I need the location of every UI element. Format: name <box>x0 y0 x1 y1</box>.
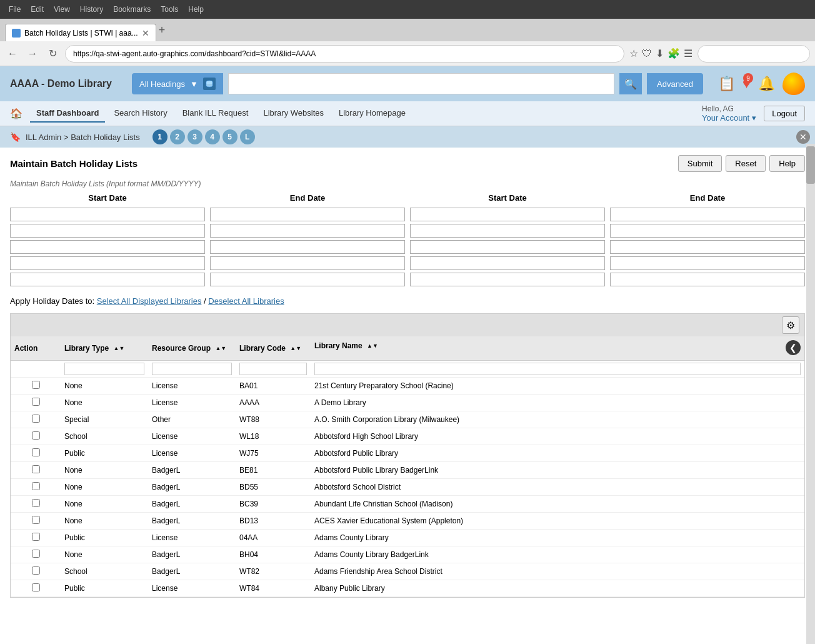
help-button[interactable]: Help <box>769 155 805 172</box>
search-button[interactable]: 🔍 <box>619 73 642 94</box>
browser-search-input[interactable] <box>698 45 810 63</box>
step-badge-3[interactable]: 3 <box>188 129 202 144</box>
col-header-libcode[interactable]: Library Code ▲▼ <box>236 336 311 361</box>
cell-libname-5: Abbotsford Public Library BadgerLink <box>311 462 804 479</box>
cell-libname-8: ACES Xavier Educational System (Appleton… <box>311 513 804 530</box>
headings-dropdown[interactable]: All Headings ▼ <box>132 73 223 94</box>
refresh-button[interactable]: ↻ <box>45 46 60 61</box>
start-date-input-8[interactable] <box>410 240 605 254</box>
step-badge-2[interactable]: 2 <box>170 129 185 144</box>
scrollbar-thumb[interactable] <box>806 148 815 184</box>
breadcrumb-bar: 🔖 ILL Admin > Batch Holiday Lists 1 2 3 … <box>0 126 815 148</box>
page-scrollbar[interactable] <box>806 148 815 625</box>
address-input[interactable] <box>65 45 624 63</box>
cell-libname-12: Albany Public Library <box>311 580 804 597</box>
start-date-input-2[interactable] <box>10 224 205 238</box>
row-checkbox-2[interactable] <box>32 415 40 423</box>
deselect-all-link[interactable]: Deselect All Libraries <box>208 296 284 306</box>
back-button[interactable]: ← <box>5 46 20 61</box>
close-button[interactable]: ✕ <box>796 130 810 144</box>
menu-file[interactable]: File <box>5 4 24 15</box>
menu-history[interactable]: History <box>76 4 107 15</box>
tab-close-button[interactable]: ✕ <box>142 28 149 38</box>
row-checkbox-11[interactable] <box>32 566 40 575</box>
row-checkbox-7[interactable] <box>32 499 40 507</box>
nav-blank-ill[interactable]: Blank ILL Request <box>176 104 255 123</box>
filter-resgroup-input[interactable] <box>152 363 232 375</box>
step-badge-1[interactable]: 1 <box>152 129 168 144</box>
filter-libcode-input[interactable] <box>239 363 307 375</box>
row-checkbox-3[interactable] <box>32 431 40 440</box>
home-icon[interactable]: 🏠 <box>10 108 22 119</box>
end-date-input-6[interactable] <box>610 208 805 221</box>
start-date-input-9[interactable] <box>410 256 605 270</box>
cell-libname-1: A Demo Library <box>311 395 804 411</box>
start-date-input-4[interactable] <box>10 256 205 270</box>
start-date-input-7[interactable] <box>410 224 605 238</box>
end-date-input-2[interactable] <box>210 224 405 238</box>
row-checkbox-6[interactable] <box>32 482 40 490</box>
cell-libcode-1: AAAA <box>236 395 311 411</box>
filter-libname-input[interactable] <box>314 363 801 375</box>
end-date-input-5[interactable] <box>210 273 405 286</box>
row-checkbox-4[interactable] <box>32 448 40 456</box>
end-date-input-9[interactable] <box>610 256 805 270</box>
forward-button[interactable]: → <box>25 46 40 61</box>
row-checkbox-10[interactable] <box>32 550 40 558</box>
end-date-input-7[interactable] <box>610 224 805 238</box>
reports-icon[interactable]: 📋 <box>718 76 735 91</box>
nav-search-history[interactable]: Search History <box>108 104 173 123</box>
nav-staff-dashboard[interactable]: Staff Dashboard <box>30 104 105 123</box>
menu-edit[interactable]: Edit <box>27 4 48 15</box>
logout-button[interactable]: Logout <box>764 106 805 121</box>
cell-resgroup-3: License <box>148 428 236 445</box>
step-badge-L[interactable]: L <box>240 129 255 144</box>
select-all-link[interactable]: Select All Displayed Libraries <box>97 296 202 306</box>
start-date-input-3[interactable] <box>10 240 205 254</box>
menu-icon[interactable]: ☰ <box>684 48 692 59</box>
table-header-row: Action Library Type ▲▼ Resource Group ▲▼ <box>11 336 804 361</box>
start-date-input-10[interactable] <box>410 273 605 286</box>
end-date-input-10[interactable] <box>610 273 805 286</box>
account-link[interactable]: Your Account ▾ <box>702 113 756 123</box>
browser-tab-active[interactable]: Batch Holiday Lists | STWI | aaa... ✕ <box>5 24 156 41</box>
col-header-libname[interactable]: Library Name ▲▼ ❮ <box>311 336 804 361</box>
menu-bookmarks[interactable]: Bookmarks <box>109 4 154 15</box>
row-checkbox-12[interactable] <box>32 583 40 591</box>
notifications-icon[interactable]: 🔔 <box>758 76 775 91</box>
bookmark-icon[interactable]: ☆ <box>629 48 638 59</box>
download-icon[interactable]: ⬇ <box>656 48 664 59</box>
col-header-resgroup[interactable]: Resource Group ▲▼ <box>148 336 236 361</box>
end-date-input-1[interactable] <box>210 208 405 221</box>
row-checkbox-9[interactable] <box>32 533 40 541</box>
table-back-arrow[interactable]: ❮ <box>786 340 801 355</box>
cell-action-5 <box>11 462 61 479</box>
advanced-search-button[interactable]: Advanced <box>647 73 703 94</box>
reset-button[interactable]: Reset <box>726 155 766 172</box>
settings-button[interactable]: ⚙ <box>782 316 799 334</box>
step-badge-4[interactable]: 4 <box>205 129 220 144</box>
new-tab-button[interactable]: + <box>159 24 166 37</box>
start-date-input-1[interactable] <box>10 208 205 221</box>
row-checkbox-8[interactable] <box>32 516 40 524</box>
nav-library-websites[interactable]: Library Websites <box>257 104 330 123</box>
filter-libtype-input[interactable] <box>64 363 144 375</box>
row-checkbox-0[interactable] <box>32 381 40 389</box>
start-date-input-6[interactable] <box>410 208 605 221</box>
end-date-input-3[interactable] <box>210 240 405 254</box>
menu-view[interactable]: View <box>50 4 74 15</box>
menu-tools[interactable]: Tools <box>157 4 182 15</box>
row-checkbox-5[interactable] <box>32 465 40 473</box>
submit-button[interactable]: Submit <box>678 155 722 172</box>
end-date-input-4[interactable] <box>210 256 405 270</box>
menu-help[interactable]: Help <box>184 4 208 15</box>
step-badge-5[interactable]: 5 <box>222 129 238 144</box>
nav-library-homepage[interactable]: Library Homepage <box>332 104 412 123</box>
extension-icon[interactable]: 🧩 <box>668 48 680 59</box>
start-date-input-5[interactable] <box>10 273 205 286</box>
row-checkbox-1[interactable] <box>32 398 40 406</box>
col-header-libtype[interactable]: Library Type ▲▼ <box>61 336 148 361</box>
breadcrumb-icon: 🔖 <box>10 132 21 142</box>
main-search-input[interactable] <box>228 73 614 94</box>
end-date-input-8[interactable] <box>610 240 805 254</box>
